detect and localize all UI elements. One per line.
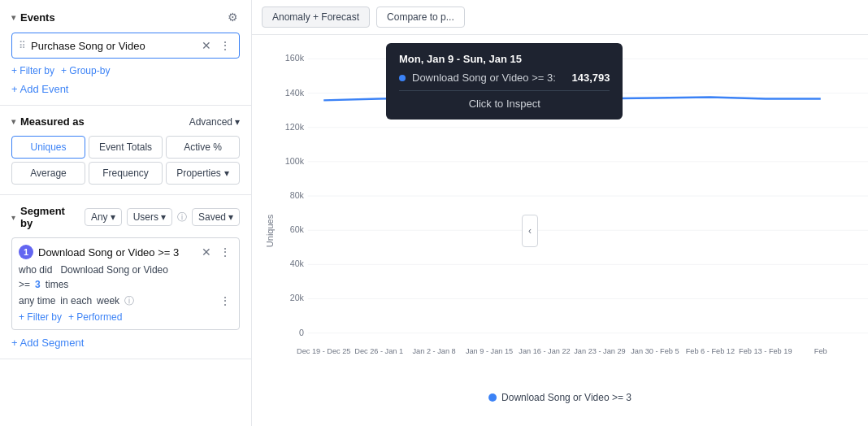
filter-group-row: + Filter by + Group-by <box>11 65 240 76</box>
filter-by-button[interactable]: + Filter by <box>11 65 54 76</box>
saved-chevron-icon: ▾ <box>228 211 233 223</box>
active-percent-button[interactable]: Active % <box>166 136 240 159</box>
svg-text:Dec 26 - Jan 1: Dec 26 - Jan 1 <box>354 347 403 355</box>
users-dropdown[interactable]: Users ▾ <box>127 208 172 226</box>
left-panel: ▾ Events ⚙ ⠿ Purchase Song or Video ✕ ⋮ … <box>0 0 252 426</box>
event-item: ⠿ Purchase Song or Video ✕ ⋮ <box>11 33 240 59</box>
measured-as-section: ▾ Measured as Advanced ▾ Uniques Event T… <box>0 106 251 195</box>
svg-point-18 <box>485 92 493 100</box>
any-time-label: any time <box>19 295 55 306</box>
svg-text:80k: 80k <box>290 190 305 200</box>
events-title: ▾ Events <box>11 11 55 24</box>
condition-value: 3 <box>35 279 41 290</box>
svg-text:Dec 19 - Dec 25: Dec 19 - Dec 25 <box>297 347 351 355</box>
advanced-button[interactable]: Advanced ▾ <box>189 116 240 128</box>
legend-label: Download Song or Video >= 3 <box>501 392 631 403</box>
chart-nav-left-button[interactable]: ‹ <box>522 215 538 247</box>
svg-text:Jan 16 - Jan 22: Jan 16 - Jan 22 <box>519 347 570 355</box>
properties-chevron-icon: ▾ <box>224 167 229 179</box>
event-name: Purchase Song or Video <box>31 40 195 52</box>
properties-button[interactable]: Properties ▾ <box>166 162 240 185</box>
legend-dot-icon <box>488 393 497 402</box>
right-panel: Anomaly + Forecast Compare to p... Uniqu… <box>252 0 868 426</box>
segment-more-button[interactable]: ⋮ <box>218 245 232 259</box>
times-label: times <box>46 279 69 290</box>
condition-row: >= 3 times <box>19 279 232 290</box>
events-settings-button[interactable]: ⚙ <box>226 10 240 24</box>
performed-button[interactable]: + Performed <box>68 311 122 323</box>
any-chevron-icon: ▾ <box>111 211 115 223</box>
group-by-button[interactable]: + Group-by <box>61 65 110 76</box>
segment-filter-by-button[interactable]: + Filter by <box>19 311 62 323</box>
users-chevron-icon: ▾ <box>161 211 166 223</box>
events-section: ▾ Events ⚙ ⠿ Purchase Song or Video ✕ ⋮ … <box>0 0 251 106</box>
period-info-icon[interactable]: ⓘ <box>124 294 134 308</box>
svg-text:Jan 23 - Jan 29: Jan 23 - Jan 29 <box>574 347 625 355</box>
svg-text:100k: 100k <box>285 156 305 166</box>
segment-close-button[interactable]: ✕ <box>200 245 213 259</box>
svg-text:Jan 30 - Feb 5: Jan 30 - Feb 5 <box>631 347 679 355</box>
chart-area: Uniques 160k 140k 120k 100k 80k 60k 40k … <box>252 35 868 426</box>
segment-by-section: ▾ Segment by Any ▾ Users ▾ ⓘ Saved ▾ 1 D… <box>0 195 251 359</box>
segment-row-header: 1 Download Song or Video >= 3 ✕ ⋮ <box>19 245 232 259</box>
measured-header: ▾ Measured as Advanced ▾ <box>11 115 240 128</box>
svg-text:Feb 6 - Feb 12: Feb 6 - Feb 12 <box>686 347 735 355</box>
svg-text:Jan 2 - Jan 8: Jan 2 - Jan 8 <box>413 347 456 355</box>
events-header: ▾ Events ⚙ <box>11 10 240 24</box>
segment-header: ▾ Segment by Any ▾ Users ▾ ⓘ Saved ▾ <box>11 205 240 229</box>
svg-text:Feb 13 - Feb 19: Feb 13 - Feb 19 <box>739 347 792 355</box>
segment-item: 1 Download Song or Video >= 3 ✕ ⋮ who di… <box>11 237 240 330</box>
advanced-chevron-icon: ▾ <box>235 116 240 128</box>
event-totals-button[interactable]: Event Totals <box>89 136 163 159</box>
anomaly-forecast-button[interactable]: Anomaly + Forecast <box>262 7 370 28</box>
svg-text:120k: 120k <box>285 122 305 132</box>
operator-label: >= <box>19 279 30 290</box>
svg-text:40k: 40k <box>290 259 305 268</box>
time-row: any time in each week ⓘ ⋮ <box>19 293 232 308</box>
in-each-label: in each <box>60 295 92 306</box>
svg-text:Feb: Feb <box>814 347 827 355</box>
time-more-button[interactable]: ⋮ <box>218 293 232 308</box>
info-icon[interactable]: ⓘ <box>177 211 187 224</box>
drag-handle-icon: ⠿ <box>19 40 26 51</box>
measured-chevron-icon[interactable]: ▾ <box>11 117 15 126</box>
period-label: week <box>97 295 119 306</box>
uniques-button[interactable]: Uniques <box>11 136 85 159</box>
average-button[interactable]: Average <box>11 162 85 185</box>
measured-title: ▾ Measured as <box>11 115 85 128</box>
events-chevron-icon[interactable]: ▾ <box>11 13 15 22</box>
compare-button[interactable]: Compare to p... <box>376 7 465 28</box>
segment-number: 1 <box>19 245 33 259</box>
event-close-button[interactable]: ✕ <box>200 38 213 53</box>
segment-name: Download Song or Video >= 3 <box>38 246 195 259</box>
event-more-button[interactable]: ⋮ <box>218 38 232 53</box>
segment-chevron-icon[interactable]: ▾ <box>11 213 15 222</box>
filter-performed-row: + Filter by + Performed <box>19 311 232 323</box>
svg-text:20k: 20k <box>290 293 305 302</box>
svg-text:140k: 140k <box>285 87 305 97</box>
any-dropdown[interactable]: Any ▾ <box>85 208 122 226</box>
segment-who-did: who did Download Song or Video <box>19 264 232 276</box>
chart-toolbar: Anomaly + Forecast Compare to p... <box>252 0 868 35</box>
measure-grid: Uniques Event Totals Active % Average Fr… <box>11 136 240 185</box>
svg-text:60k: 60k <box>290 224 305 234</box>
y-axis-label: Uniques <box>265 214 275 246</box>
chart-legend: Download Song or Video >= 3 <box>488 392 631 403</box>
svg-text:0: 0 <box>299 328 304 337</box>
svg-text:Jan 9 - Jan 15: Jan 9 - Jan 15 <box>466 347 513 355</box>
saved-dropdown[interactable]: Saved ▾ <box>192 208 240 226</box>
svg-text:160k: 160k <box>285 53 305 63</box>
add-segment-button[interactable]: + Add Segment <box>11 337 84 349</box>
frequency-button[interactable]: Frequency <box>89 162 163 185</box>
add-event-button[interactable]: + Add Event <box>11 83 68 95</box>
